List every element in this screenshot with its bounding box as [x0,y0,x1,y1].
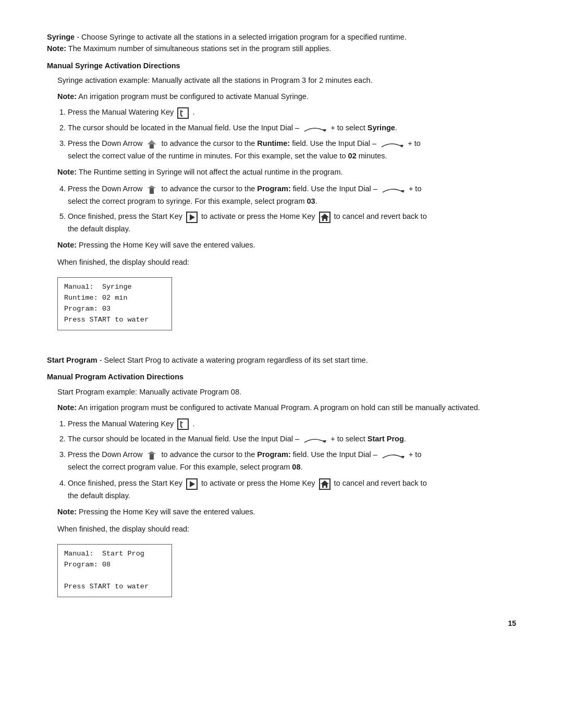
down-arrow-icon-1 [146,138,157,150]
syringe-note2: Note: An irrigation program must be conf… [57,91,516,102]
start-program-step-3: Press the Down Arrow to advance the curs… [68,449,516,473]
syringe-example: Syringe activation example: Manually act… [57,75,516,86]
input-dial-icon-3 [380,183,406,195]
syringe-note4: Note: Pressing the Home Key will save th… [57,239,516,251]
syringe-step1-text: Press the Manual Watering Key [68,108,174,116]
start-program-note2: Note: Pressing the Home Key will save th… [57,506,516,517]
start-program-display-intro: When finished, the display should read: [57,523,516,535]
start-program-display-box: Manual: Start Prog Program: 08 Press STA… [57,544,172,597]
home-key-icon-1 [319,211,331,223]
input-dial-icon-5 [380,449,406,461]
syringe-steps: Press the Manual Watering Key . The curs… [68,106,516,162]
syringe-step-3: Press the Down Arrow to advance the curs… [68,138,516,162]
page-number: 15 [508,619,516,627]
start-program-display-line-4: Press START to water [64,582,165,593]
start-program-step-4: Once finished, press the Start Key to ac… [68,477,516,502]
input-dial-icon-2 [379,138,405,150]
start-program-note1: Note: An irrigation program must be conf… [57,402,516,413]
syringe-step-1: Press the Manual Watering Key . [68,106,516,119]
input-dial-icon-1 [302,122,328,134]
down-arrow-icon-3 [146,449,157,461]
syringe-display-box: Manual: Syringe Runtime: 02 min Program:… [57,277,172,330]
svg-rect-0 [178,108,188,118]
syringe-step-2: The cursor should be located in the Manu… [68,122,516,134]
start-program-display-line-1: Manual: Start Prog [64,549,165,560]
start-program-heading: Manual Program Activation Directions [47,371,516,382]
start-key-icon-1 [186,211,198,223]
svg-marker-8 [148,186,156,188]
start-program-section: Start Program - Select Start Prog to act… [47,354,516,607]
page: Syringe - Choose Syringe to activate all… [0,0,563,648]
svg-rect-14 [178,419,188,429]
watering-key-icon-2 [177,418,189,430]
syringe-steps-cont: Press the Down Arrow to advance the curs… [68,183,516,235]
syringe-note3: Note: The Runtime setting in Syringe wil… [57,166,516,178]
syringe-step-5: Once finished, press the Start Key to ac… [68,211,516,235]
syringe-step3-cont: select the correct value of the runtime … [68,152,387,160]
start-program-example: Start Program example: Manually activate… [57,386,516,398]
syringe-display-line-2: Runtime: 02 min [64,293,165,304]
syringe-intro: Syringe - Choose Syringe to activate all… [47,31,516,55]
syringe-step1-text-after: . [192,108,194,116]
syringe-step-4: Press the Down Arrow to advance the curs… [68,183,516,207]
home-key-icon-2 [319,478,331,490]
syringe-section-heading: Manual Syringe Activation Directions [47,60,516,71]
syringe-display-line-3: Program: 03 [64,304,165,315]
start-program-step-2: The cursor should be located in the Manu… [68,433,516,446]
start-program-steps: Press the Manual Watering Key . The curs… [68,418,516,473]
syringe-display-line-1: Manual: Syringe [64,282,165,293]
down-arrow-icon-2 [146,183,157,195]
start-program-display-line-2: Program: 08 [64,560,165,571]
start-program-steps-cont: Once finished, press the Start Key to ac… [68,477,516,502]
start-program-intro: Start Program - Select Start Prog to act… [47,354,516,366]
svg-marker-18 [148,451,156,454]
start-program-display-line-3 [64,571,165,582]
start-program-step-1: Press the Manual Watering Key . [68,418,516,430]
syringe-display-intro: When finished, the display should read: [57,256,516,268]
syringe-display-line-4: Press START to water [64,315,165,326]
watering-key-icon-1 [177,107,189,119]
input-dial-icon-4 [302,434,328,446]
start-key-icon-2 [186,478,198,490]
syringe-note1-bold: Note: [47,44,66,53]
